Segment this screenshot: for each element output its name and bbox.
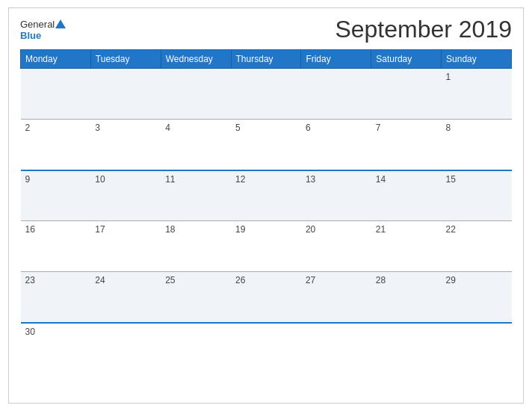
day-cell: 24 — [90, 272, 161, 323]
day-cell — [371, 69, 442, 120]
header-thursday: Thursday — [231, 50, 301, 69]
day-cell: 3 — [90, 120, 161, 170]
day-cell: 30 — [21, 323, 91, 374]
day-cell: 20 — [301, 221, 371, 272]
day-cell — [90, 323, 161, 374]
week-row-4: 16 17 18 19 20 21 22 — [21, 221, 512, 272]
day-cell: 28 — [371, 272, 442, 323]
day-cell — [21, 69, 91, 120]
day-cell: 11 — [161, 170, 231, 221]
week-row-2: 2 3 4 5 6 7 8 — [21, 120, 512, 170]
day-cell — [90, 69, 161, 120]
day-cell: 4 — [161, 120, 231, 170]
day-cell — [161, 69, 231, 120]
day-cell: 8 — [442, 120, 512, 170]
day-cell — [371, 323, 442, 374]
day-cell: 10 — [90, 170, 161, 221]
header-tuesday: Tuesday — [90, 50, 161, 69]
calendar-header: General Blue September 2019 — [20, 16, 512, 43]
week-row-3: 9 10 11 12 13 14 15 — [21, 170, 512, 221]
day-cell: 7 — [371, 120, 442, 170]
day-cell: 19 — [231, 221, 301, 272]
header-friday: Friday — [301, 50, 371, 69]
day-cell: 26 — [231, 272, 301, 323]
month-title: September 2019 — [335, 16, 512, 43]
day-cell — [301, 323, 371, 374]
calendar-container: General Blue September 2019 Monday Tuesd… — [8, 7, 524, 404]
header-monday: Monday — [21, 50, 91, 69]
day-cell: 13 — [301, 170, 371, 221]
header-wednesday: Wednesday — [161, 50, 231, 69]
week-row-1: 1 — [21, 69, 512, 120]
logo: General Blue — [20, 19, 66, 41]
day-cell: 23 — [21, 272, 91, 323]
week-row-5: 23 24 25 26 27 28 29 — [21, 272, 512, 323]
day-cell: 2 — [21, 120, 91, 170]
day-cell: 5 — [231, 120, 301, 170]
day-cell: 14 — [371, 170, 442, 221]
day-cell — [231, 323, 301, 374]
day-cell: 22 — [442, 221, 512, 272]
day-cell: 16 — [21, 221, 91, 272]
day-cell: 21 — [371, 221, 442, 272]
day-cell: 9 — [21, 170, 91, 221]
day-cell: 18 — [161, 221, 231, 272]
day-cell: 1 — [442, 69, 512, 120]
day-cell — [231, 69, 301, 120]
day-cell — [442, 323, 512, 374]
day-cell: 29 — [442, 272, 512, 323]
week-row-6: 30 — [21, 323, 512, 374]
day-cell: 6 — [301, 120, 371, 170]
logo-blue-text: Blue — [20, 30, 41, 41]
logo-general-text: General — [20, 19, 55, 30]
day-cell: 15 — [442, 170, 512, 221]
day-cell — [161, 323, 231, 374]
logo-triangle-icon — [55, 19, 66, 28]
header-saturday: Saturday — [371, 50, 442, 69]
day-cell: 12 — [231, 170, 301, 221]
day-cell — [301, 69, 371, 120]
header-sunday: Sunday — [442, 50, 512, 69]
day-cell: 17 — [90, 221, 161, 272]
day-cell: 25 — [161, 272, 231, 323]
calendar-grid: Monday Tuesday Wednesday Thursday Friday… — [20, 49, 512, 374]
days-header-row: Monday Tuesday Wednesday Thursday Friday… — [21, 50, 512, 69]
day-cell: 27 — [301, 272, 371, 323]
